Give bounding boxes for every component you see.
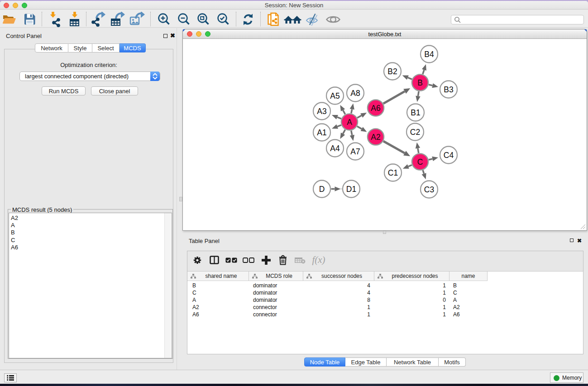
svg-text:A5: A5 [330,91,339,100]
svg-text:B1: B1 [411,108,420,117]
svg-text:A2: A2 [371,132,380,141]
svg-text:C: C [417,157,423,166]
svg-text:C4: C4 [444,150,454,159]
svg-text:A: A [347,117,352,126]
svg-text:A8: A8 [350,88,360,97]
svg-text:B4: B4 [424,49,434,58]
svg-text:B3: B3 [444,85,453,94]
svg-text:C3: C3 [424,185,434,194]
svg-text:A6: A6 [371,103,380,112]
svg-text:A4: A4 [330,143,340,152]
svg-text:C2: C2 [410,127,420,136]
svg-text:A7: A7 [350,147,360,156]
svg-text:A3: A3 [317,106,326,115]
svg-text:D1: D1 [346,184,356,193]
svg-text:D: D [319,184,325,193]
svg-text:B: B [417,78,423,87]
svg-text:B2: B2 [387,67,397,76]
svg-text:C1: C1 [388,168,398,177]
svg-text:A1: A1 [317,128,326,137]
